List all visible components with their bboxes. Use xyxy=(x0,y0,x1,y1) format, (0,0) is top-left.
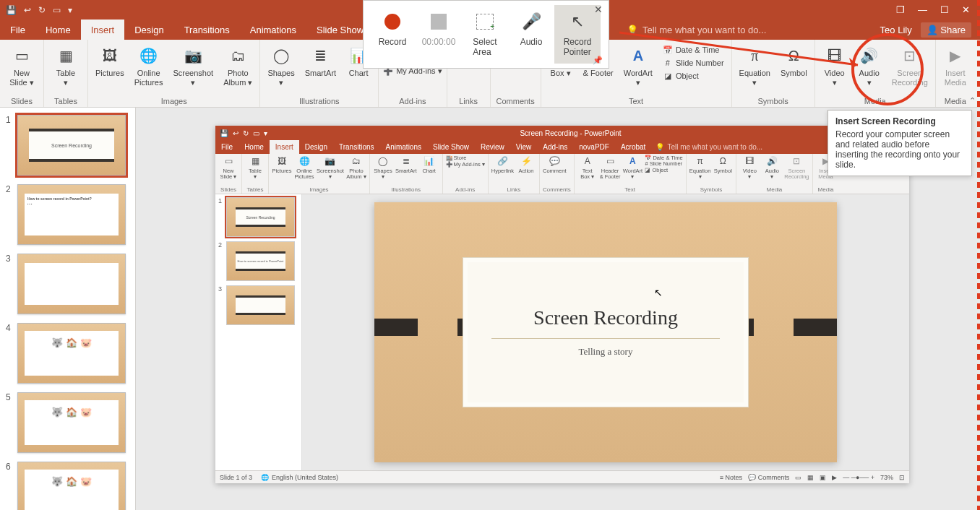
tab-animations[interactable]: Animations xyxy=(240,20,306,40)
tab-slideshow[interactable]: Slide Show xyxy=(427,140,475,154)
screenshot-button[interactable]: 📷Screenshot ▾ xyxy=(171,43,217,95)
language-indicator[interactable]: English (United States) xyxy=(272,474,338,481)
save-icon[interactable]: 💾 xyxy=(6,5,17,15)
tab-design[interactable]: Design xyxy=(299,140,333,154)
header-footer-button[interactable]: ▭Header & Footer xyxy=(600,155,621,186)
slide-thumbnail-panel[interactable]: 1Screen Recording 2How to screen record … xyxy=(0,108,136,510)
tab-transitions[interactable]: Transitions xyxy=(174,20,240,40)
tab-novapdf[interactable]: novaPDF xyxy=(573,140,615,154)
slide-thumb-3[interactable] xyxy=(17,254,126,314)
wordart-button[interactable]: AWordArt ▾ xyxy=(622,155,642,186)
select-area-button[interactable]: + Select Area xyxy=(462,5,508,64)
slide-title[interactable]: Screen Recording xyxy=(533,306,678,329)
slide-thumb-1[interactable]: Screen Recording xyxy=(17,115,126,176)
zoom-level[interactable]: 73% xyxy=(880,474,893,481)
smartart-button[interactable]: ≣SmartArt xyxy=(302,43,339,95)
slide-thumb-6[interactable]: 🐺 🏠 🐷 xyxy=(17,462,126,510)
photo-album-button[interactable]: 🗂Photo Album ▾ xyxy=(346,155,366,186)
tab-review[interactable]: Review xyxy=(475,140,510,154)
view-normal-icon[interactable]: ▭ xyxy=(795,474,801,481)
table-button[interactable]: ▦Table ▾ xyxy=(245,155,265,186)
new-slide-button[interactable]: ▭New Slide ▾ xyxy=(4,43,39,95)
qat-more-icon[interactable]: ▾ xyxy=(68,5,72,15)
embedded-thumb-3[interactable] xyxy=(226,285,295,325)
object-button[interactable]: ◪Object xyxy=(663,70,699,83)
zoom-slider[interactable]: — ─●── + xyxy=(843,474,874,481)
equation-button[interactable]: πEquation ▾ xyxy=(736,43,773,95)
fit-to-window-icon[interactable]: ⊡ xyxy=(899,474,905,481)
chart-button[interactable]: 📊Chart xyxy=(419,155,439,186)
embedded-slide-stage[interactable]: Screen Recording Telling a story xyxy=(302,194,909,470)
view-slideshow-icon[interactable]: ▶ xyxy=(832,474,837,481)
object-button[interactable]: ◪ Object xyxy=(645,168,668,173)
tellme-search[interactable]: 💡 Tell me what you want to do... xyxy=(627,25,766,35)
view-reading-icon[interactable]: ▣ xyxy=(820,474,826,481)
audio-toggle-button[interactable]: 🎤 Audio xyxy=(508,5,554,64)
tab-file[interactable]: File xyxy=(215,140,238,154)
undo-icon[interactable]: ↩ xyxy=(233,129,238,137)
audio-button[interactable]: 🔊Audio ▾ xyxy=(762,155,782,186)
pictures-button[interactable]: 🖼Pictures xyxy=(272,155,292,186)
tab-insert[interactable]: Insert xyxy=(81,20,125,40)
equation-button[interactable]: πEquation ▾ xyxy=(689,155,711,186)
wordart-button[interactable]: AWordArt ▾ xyxy=(621,43,656,95)
embedded-slide[interactable]: Screen Recording Telling a story xyxy=(374,202,837,462)
audio-button[interactable]: 🔊Audio ▾ xyxy=(854,43,885,95)
embedded-thumb-1[interactable]: Screen Recording xyxy=(226,197,295,237)
symbol-button[interactable]: ΩSymbol xyxy=(778,43,810,95)
shapes-button[interactable]: ◯Shapes ▾ xyxy=(265,43,297,95)
video-button[interactable]: 🎞Video ▾ xyxy=(739,155,760,186)
slide-thumb-2[interactable]: How to screen record in PowerPoint?▪ ▪ ▪ xyxy=(17,184,126,245)
online-pictures-button[interactable]: 🌐Online Pictures xyxy=(294,155,314,186)
tab-home[interactable]: Home xyxy=(238,140,270,154)
redo-icon[interactable]: ↻ xyxy=(38,5,46,15)
tab-home[interactable]: Home xyxy=(35,20,81,40)
action-button[interactable]: ⚡Action xyxy=(516,155,536,186)
maximize-icon[interactable]: ☐ xyxy=(940,4,949,15)
symbol-button[interactable]: ΩSymbol xyxy=(713,155,733,186)
photo-album-button[interactable]: 🗂Photo Album ▾ xyxy=(220,43,255,95)
slide-subtitle[interactable]: Telling a story xyxy=(491,338,720,358)
tab-view[interactable]: View xyxy=(510,140,538,154)
new-slide-button[interactable]: ▭New Slide ▾ xyxy=(218,155,238,186)
undo-icon[interactable]: ↩ xyxy=(24,5,31,15)
start-from-beginning-icon[interactable]: ▭ xyxy=(53,5,61,15)
slide-thumb-5[interactable]: 🐺 🏠 🐷 xyxy=(17,392,126,453)
shapes-button[interactable]: ◯Shapes ▾ xyxy=(373,155,393,186)
tab-file[interactable]: File xyxy=(0,20,35,40)
notes-button[interactable]: ≡ Notes xyxy=(720,474,742,481)
screen-recording-button[interactable]: ⊡Screen Recording xyxy=(889,43,931,95)
tab-addins[interactable]: Add-ins xyxy=(537,140,573,154)
tab-insert[interactable]: Insert xyxy=(270,140,299,154)
slide-thumb-4[interactable]: 🐺 🏠 🐷 xyxy=(17,323,126,384)
date-time-button[interactable]: 📅Date & Time xyxy=(663,44,720,57)
share-button[interactable]: 👤 Share xyxy=(921,22,971,38)
close-toolbar-icon[interactable]: ✕ xyxy=(594,4,603,15)
close-icon[interactable]: ✕ xyxy=(962,4,970,15)
tab-animations[interactable]: Animations xyxy=(380,140,427,154)
embedded-thumbnail-panel[interactable]: 1Screen Recording 2How to screen record … xyxy=(215,194,302,470)
comments-button[interactable]: 💬 Comments xyxy=(748,474,789,481)
record-button[interactable]: Record xyxy=(369,5,416,64)
tab-transitions[interactable]: Transitions xyxy=(333,140,380,154)
slide-number-button[interactable]: #Slide Number xyxy=(663,57,724,70)
save-icon[interactable]: 💾 xyxy=(220,129,228,137)
embedded-thumb-2[interactable]: How to screen record in PowerPoint xyxy=(226,241,295,281)
pin-toolbar-icon[interactable]: 📌 xyxy=(593,56,603,65)
table-button[interactable]: ▦Table ▾ xyxy=(48,43,83,95)
collapse-ribbon-icon[interactable]: ⌃ xyxy=(969,96,976,105)
slide-title-card[interactable]: Screen Recording Telling a story xyxy=(463,257,749,408)
screen-recording-button[interactable]: ⊡Screen Recording xyxy=(784,155,809,186)
tab-design[interactable]: Design xyxy=(124,20,173,40)
online-pictures-button[interactable]: 🌐Online Pictures xyxy=(132,43,166,95)
pictures-button[interactable]: 🖼Pictures xyxy=(93,43,127,95)
store-button[interactable]: 🏬 Store xyxy=(446,155,485,161)
ribbon-display-icon[interactable]: ❐ xyxy=(896,4,905,15)
insert-media-button[interactable]: ▶Insert Media xyxy=(940,43,971,95)
tab-acrobat[interactable]: Acrobat xyxy=(615,140,651,154)
smartart-button[interactable]: ≣SmartArt xyxy=(395,155,417,186)
minimize-icon[interactable]: — xyxy=(918,4,927,15)
embedded-tellme[interactable]: 💡Tell me what you want to do... xyxy=(656,143,762,151)
view-sorter-icon[interactable]: ▦ xyxy=(807,474,814,481)
comment-button[interactable]: 💬Comment xyxy=(543,155,567,186)
